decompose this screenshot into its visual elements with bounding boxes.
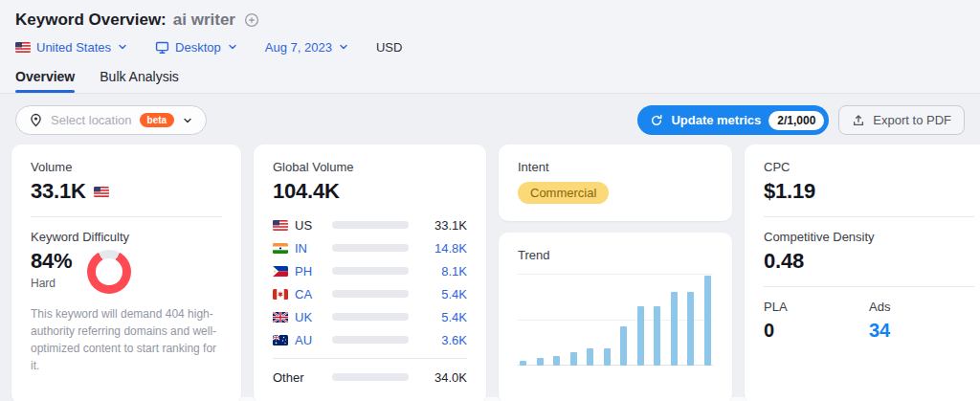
select-location-dropdown[interactable]: Select location beta [15,105,207,135]
ca-flag-icon [273,289,288,300]
volume-label: Volume [31,160,222,174]
country-code: US [295,218,318,233]
export-pdf-button[interactable]: Export to PDF [838,105,965,135]
volume-bar-track [332,244,409,252]
divider [273,358,467,359]
in-flag-icon [273,243,288,254]
date-label: Aug 7, 2023 [265,40,332,55]
device-label: Desktop [175,40,221,55]
volume-bar-track [332,373,409,381]
kd-level: Hard [31,277,72,290]
country-volume: 3.6K [423,333,467,347]
pla-value: 0 [764,320,869,342]
trend-bar [654,306,660,366]
competitive-density-label: Competitive Density [764,230,974,244]
ads-label: Ads [869,300,974,314]
table-row: PH 8.1K [273,259,467,282]
volume-bar-track [332,290,409,298]
tabs: Overview Bulk Analysis [15,69,965,93]
competitive-density-value: 0.48 [764,249,974,274]
intent-card: Intent Commercial [499,145,732,221]
us-flag-icon [94,187,109,197]
country-selector[interactable]: United States [15,40,128,55]
toolbar-right: Update metrics 2/1,000 Export to PDF [637,105,965,135]
table-row: CA 5.4K [273,282,467,305]
tab-overview[interactable]: Overview [15,69,75,93]
filters-row: United States Desktop Aug 7, 2023 USD [15,38,965,56]
ph-flag-icon [273,266,288,277]
kd-row: 84% Hard [31,244,222,294]
country-code: AU [295,333,318,347]
au-flag-icon [273,335,288,345]
country-volume: 5.4K [423,287,467,301]
cpc-value: $1.19 [764,179,974,204]
country-code: CA [295,287,318,301]
export-icon [852,114,865,127]
country-code: IN [295,241,318,256]
currency-label: USD [376,40,402,55]
global-volume-value: 104.4K [273,179,467,204]
beta-badge: beta [140,113,175,127]
tab-bulk-analysis[interactable]: Bulk Analysis [100,69,178,93]
country-volume: 14.8K [423,241,467,256]
trend-bar [671,292,678,366]
chevron-down-icon [227,41,238,53]
trend-bar [553,356,560,366]
pla-label: PLA [764,300,869,314]
uk-flag-icon [273,312,288,323]
country-volume: 5.4K [423,310,467,324]
table-row: UK 5.4K [273,305,467,328]
chevron-down-icon [182,115,193,126]
volume-value-row: 33.1K [31,179,222,204]
kd-left: 84% Hard [31,244,72,290]
trend-bar [620,326,627,366]
trend-bar [520,361,526,366]
location-pin-icon [29,113,43,127]
trend-bar [537,358,544,366]
volume-bar-track [332,336,409,344]
title-row: Keyword Overview: ai writer [15,9,965,32]
kd-description: This keyword will demand 404 high-author… [31,305,222,374]
select-location-placeholder: Select location [51,113,132,127]
device-selector[interactable]: Desktop [155,40,238,55]
trend-bar [637,306,644,366]
trend-chart [518,274,713,366]
us-flag-icon [15,42,31,53]
ads-column: Ads 34 [869,300,974,342]
country-code: UK [295,310,318,324]
trend-bar [587,348,593,366]
trend-label: Trend [518,248,713,262]
country-label: United States [36,40,111,55]
page-title: Keyword Overview: [15,11,167,30]
trend-bar [604,348,611,366]
trend-bar [704,276,711,366]
kd-value: 84% [31,249,72,274]
country-volume: 33.1K [423,218,467,233]
kd-label: Keyword Difficulty [31,230,222,244]
intent-label: Intent [518,160,713,174]
divider [31,216,222,217]
kd-donut [87,250,131,294]
country-volume: 8.1K [423,264,467,278]
other-label: Other [273,370,318,385]
volume-bar-track [332,313,409,321]
pla-ads-row: PLA 0 Ads 34 [764,300,974,342]
us-flag-icon [273,220,288,231]
table-row: IN 14.8K [273,236,467,259]
desktop-icon [155,40,169,55]
table-row: US 33.1K [273,213,467,236]
intent-badge: Commercial [518,182,609,204]
date-selector[interactable]: Aug 7, 2023 [265,40,349,55]
update-metrics-counter: 2/1,000 [768,111,824,130]
update-metrics-button[interactable]: Update metrics 2/1,000 [637,105,829,135]
global-volume-card: Global Volume 104.4K US 33.1K IN 14.8K P… [254,145,486,401]
volume-bar-track [332,221,409,229]
chevron-down-icon [117,41,128,53]
metrics-cards: Volume 33.1K Keyword Difficulty 84% Hard… [0,145,980,386]
divider [764,216,974,217]
chevron-down-icon [338,41,349,53]
global-volume-rows: US 33.1K IN 14.8K PH 8.1K CA 5.4K [273,213,467,389]
add-keyword-icon[interactable] [244,12,259,28]
page-header: Keyword Overview: ai writer United State… [0,0,980,94]
country-code: PH [295,264,318,278]
